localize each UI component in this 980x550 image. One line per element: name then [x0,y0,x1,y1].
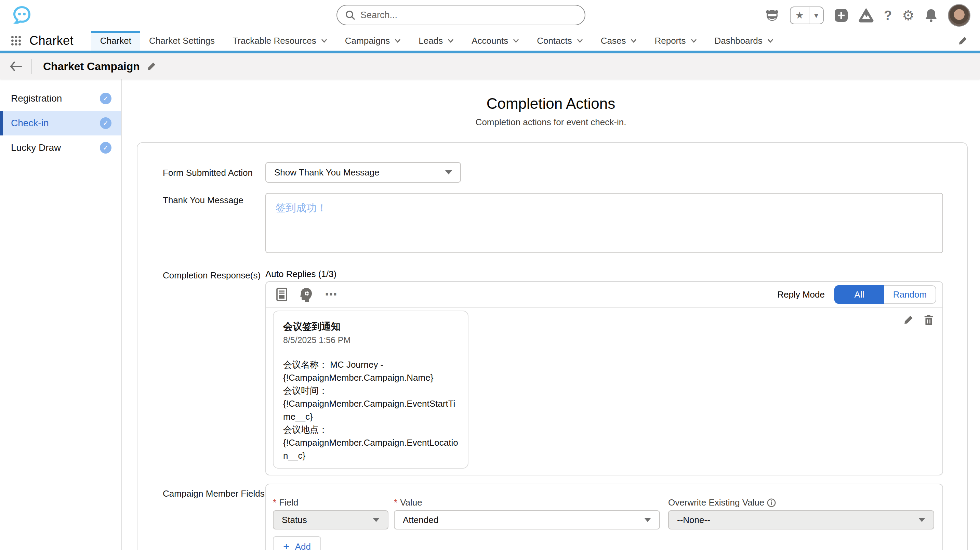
message-body: 会议名称： MC Journey - {!CampaignMember.Camp… [283,358,458,462]
app-name: Charket [29,31,73,51]
completed-check-icon: ✓ [100,117,111,129]
user-avatar[interactable] [948,4,970,27]
plus-icon: + [283,541,290,550]
form-submitted-action-select[interactable]: Show Thank You Message [265,162,461,183]
overwrite-existing-value-select[interactable]: --None-- [668,510,934,529]
article-template-icon[interactable] [276,288,287,301]
delete-reply-trash-icon[interactable] [924,315,934,325]
chevron-down-icon [395,39,401,43]
dropdown-caret-icon [373,518,380,522]
dropdown-caret-icon [918,518,925,522]
back-button[interactable] [10,62,22,71]
notifications-bell-icon[interactable] [924,7,938,24]
reply-mode-all-button[interactable]: All [834,285,884,304]
completion-responses-label: Completion Response(s) [163,270,261,281]
edit-title-pencil-icon[interactable] [147,62,156,71]
edit-reply-pencil-icon[interactable] [904,315,914,325]
global-header: ★ ▾ ? ⚙ [0,0,980,31]
reply-row-actions [904,315,934,325]
section-subtitle: Completion actions for event check-in. [122,117,980,128]
reply-mode-toggle: All Random [834,285,936,304]
sidebar-item-lucky-draw[interactable]: Lucky Draw ✓ [0,136,121,160]
more-actions-icon[interactable]: ⋯ [325,289,337,301]
brand-divider-bar [0,51,980,53]
guidance-center-icon[interactable] [859,7,873,24]
chevron-down-icon [321,39,327,43]
app-nav-bar: Charket Charket Charket Settings Trackab… [0,31,980,51]
campaign-member-fields-label: Campaign Member Fields [163,488,265,499]
nav-tabs: Charket Charket Settings Trackable Resou… [91,31,782,51]
page-header-bar: Charket Campaign [0,53,980,79]
thank-you-message-input[interactable]: 签到成功！ [265,193,943,253]
global-add-icon[interactable] [834,7,848,24]
help-icon[interactable]: ? [884,7,892,24]
required-marker: * [273,497,276,508]
field-select[interactable]: Status [273,510,388,529]
message-title: 会议签到通知 [283,320,458,333]
chevron-down-icon [767,39,773,43]
favorite-star-button[interactable]: ★ [791,7,809,24]
chevron-down-icon [630,39,637,43]
app-launcher-icon[interactable] [11,31,21,51]
tab-accounts[interactable]: Accounts [463,31,528,51]
setup-gear-icon[interactable]: ⚙ [902,7,914,24]
einstein-icon[interactable] [765,7,780,24]
overwrite-column-label: Overwrite Existing Value [668,497,776,508]
reply-mode-label: Reply Mode [777,289,825,300]
chevron-down-icon [448,39,454,43]
auto-replies-heading: Auto Replies (1/3) [265,269,336,279]
tab-dashboards[interactable]: Dashboards [706,31,782,51]
edit-nav-pencil-icon[interactable] [958,31,980,51]
tab-trackable-resources[interactable]: Trackable Resources [224,31,336,51]
app-window: ★ ▾ ? ⚙ Charket [0,0,980,550]
tab-cases[interactable]: Cases [592,31,646,51]
auto-reply-message-card[interactable]: 会议签到通知 8/5/2025 1:56 PM 会议名称： MC Journey… [273,311,468,469]
completed-check-icon: ✓ [100,142,111,153]
value-select[interactable]: Attended [394,510,660,529]
tab-reports[interactable]: Reports [646,31,705,51]
chevron-down-icon [577,39,583,43]
section-title: Completion Actions [122,95,980,112]
search-input[interactable] [360,10,576,21]
sidebar-item-check-in[interactable]: Check-in ✓ [0,111,121,136]
value-column-label: * Value [394,497,422,508]
page-title: Charket Campaign [43,60,140,73]
tab-leads[interactable]: Leads [410,31,463,51]
auto-replies-panel: ⋯ Reply Mode All Random 会议签到通知 8/5/202 [265,281,943,475]
tab-contacts[interactable]: Contacts [528,31,592,51]
tab-charket-settings[interactable]: Charket Settings [140,31,224,51]
chevron-down-icon [513,39,519,43]
form-submitted-action-label: Form Submitted Action [163,167,253,178]
info-icon[interactable] [767,498,776,507]
add-field-button[interactable]: + Add [273,536,321,550]
campaign-member-fields-panel: * Field * Value Overwrite Existing Value [265,484,943,550]
divider [32,59,32,74]
field-column-label: * Field [273,497,298,508]
completion-actions-card: Form Submitted Action Show Thank You Mes… [137,142,968,550]
tab-campaigns[interactable]: Campaigns [336,31,410,51]
favorites-control: ★ ▾ [790,6,824,24]
dropdown-caret-icon [445,171,452,174]
tab-charket[interactable]: Charket [91,31,140,51]
auto-replies-toolbar: ⋯ Reply Mode All Random [266,282,942,308]
reply-mode-random-button[interactable]: Random [884,285,936,304]
dropdown-caret-icon [644,518,651,522]
message-timestamp: 8/5/2025 1:56 PM [283,335,458,345]
ai-knowledge-icon[interactable] [299,287,313,302]
global-search[interactable] [336,5,585,25]
charket-logo-icon [11,5,33,26]
search-icon [345,10,355,20]
favorites-dropdown-button[interactable]: ▾ [809,7,823,24]
step-sidebar: Registration ✓ Check-in ✓ Lucky Draw ✓ [0,79,122,550]
required-marker: * [394,497,397,508]
thank-you-message-label: Thank You Message [163,195,243,206]
sidebar-item-registration[interactable]: Registration ✓ [0,86,121,111]
completed-check-icon: ✓ [100,93,111,104]
chevron-down-icon [691,39,697,43]
